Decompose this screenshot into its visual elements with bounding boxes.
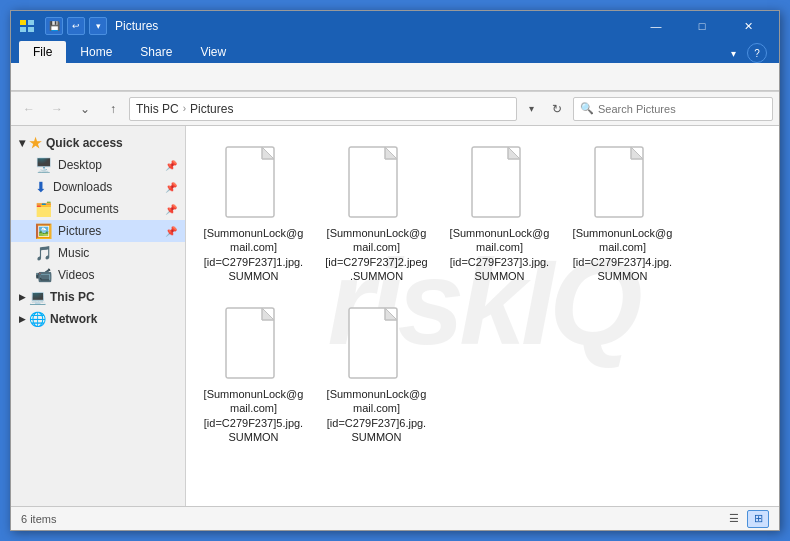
generic-file-icon: [224, 306, 284, 381]
file-icon-wrapper: [588, 142, 658, 222]
generic-file-icon: [347, 145, 407, 220]
path-part-thispc: This PC: [136, 102, 179, 116]
sidebar-item-music[interactable]: 🎵 Music: [11, 242, 185, 264]
svg-rect-3: [28, 27, 34, 32]
address-dropdown-button[interactable]: ▾: [521, 97, 541, 121]
file-icon-wrapper: [465, 142, 535, 222]
address-bar: ← → ⌄ ↑ This PC › Pictures ▾ ↻ 🔍: [11, 92, 779, 126]
status-bar: 6 items ☰ ⊞: [11, 506, 779, 530]
pin-icon-desktop: 📌: [165, 160, 177, 171]
desktop-folder-icon: 🖥️: [35, 157, 52, 173]
ribbon-collapse-button[interactable]: ▾: [723, 43, 743, 63]
file-name: [SummonunLock@gmail.com][id=C279F237]6.j…: [325, 387, 428, 444]
window-title: Pictures: [115, 19, 633, 33]
pictures-folder-icon: 🖼️: [35, 223, 52, 239]
ribbon-content: [11, 63, 779, 91]
file-item[interactable]: [SummonunLock@gmail.com][id=C279F237]5.j…: [196, 297, 311, 450]
chevron-right-icon-2: ▸: [19, 312, 25, 326]
sidebar-item-documents[interactable]: 🗂️ Documents 📌: [11, 198, 185, 220]
pin-icon-pictures: 📌: [165, 226, 177, 237]
sidebar-item-pictures[interactable]: 🖼️ Pictures 📌: [11, 220, 185, 242]
quick-access-label: Quick access: [46, 136, 123, 150]
generic-file-icon: [470, 145, 530, 220]
sidebar-item-label-music: Music: [58, 246, 89, 260]
file-name: [SummonunLock@gmail.com][id=C279F237]3.j…: [448, 226, 551, 283]
item-count: 6 items: [21, 513, 56, 525]
file-name: [SummonunLock@gmail.com][id=C279F237]2.j…: [325, 226, 428, 283]
recent-locations-button[interactable]: ⌄: [73, 97, 97, 121]
quick-access-toolbar: 💾 ↩ ▾: [19, 17, 107, 35]
file-area: riskIQ [SummonunLock@gmail.com][id=C279F…: [186, 126, 779, 506]
svg-rect-2: [28, 20, 34, 25]
title-bar: 💾 ↩ ▾ Pictures — □ ✕: [11, 11, 779, 41]
chevron-right-icon: ▸: [19, 290, 25, 304]
sidebar-item-videos[interactable]: 📹 Videos: [11, 264, 185, 286]
file-icon-wrapper: [219, 303, 289, 383]
tab-view[interactable]: View: [186, 41, 240, 63]
documents-folder-icon: 🗂️: [35, 201, 52, 217]
file-item[interactable]: [SummonunLock@gmail.com][id=C279F237]3.j…: [442, 136, 557, 289]
view-toggles: ☰ ⊞: [723, 510, 769, 528]
tab-share[interactable]: Share: [126, 41, 186, 63]
generic-file-icon: [347, 306, 407, 381]
sidebar-item-label-pictures: Pictures: [58, 224, 101, 238]
network-icon: 🌐: [29, 311, 46, 327]
file-item[interactable]: [SummonunLock@gmail.com][id=C279F237]1.j…: [196, 136, 311, 289]
svg-rect-0: [20, 20, 26, 25]
help-button[interactable]: ?: [747, 43, 767, 63]
search-box[interactable]: 🔍: [573, 97, 773, 121]
file-name: [SummonunLock@gmail.com][id=C279F237]5.j…: [202, 387, 305, 444]
sidebar-item-desktop[interactable]: 🖥️ Desktop 📌: [11, 154, 185, 176]
window-controls: — □ ✕: [633, 11, 771, 41]
path-separator-1: ›: [183, 103, 186, 114]
tab-file[interactable]: File: [19, 41, 66, 63]
refresh-button[interactable]: ↻: [545, 97, 569, 121]
list-view-toggle[interactable]: ☰: [723, 510, 745, 528]
minimize-button[interactable]: —: [633, 11, 679, 41]
address-path[interactable]: This PC › Pictures: [129, 97, 517, 121]
file-icon-wrapper: [342, 303, 412, 383]
search-input[interactable]: [598, 103, 766, 115]
search-icon: 🔍: [580, 102, 594, 115]
pin-icon-downloads: 📌: [165, 182, 177, 193]
file-icon-wrapper: [342, 142, 412, 222]
customize-qat-button[interactable]: ▾: [89, 17, 107, 35]
icon-view-toggle[interactable]: ⊞: [747, 510, 769, 528]
forward-button[interactable]: →: [45, 97, 69, 121]
thispc-icon: 💻: [29, 289, 46, 305]
save-qat-button[interactable]: 💾: [45, 17, 63, 35]
star-icon: ★: [29, 135, 42, 151]
maximize-button[interactable]: □: [679, 11, 725, 41]
explorer-window: 💾 ↩ ▾ Pictures — □ ✕ File Home Share Vie…: [10, 10, 780, 531]
sidebar-item-downloads[interactable]: ⬇ Downloads 📌: [11, 176, 185, 198]
file-name: [SummonunLock@gmail.com][id=C279F237]1.j…: [202, 226, 305, 283]
sidebar-section-network[interactable]: ▸ 🌐 Network: [11, 308, 185, 330]
main-content: ▾ ★ Quick access 🖥️ Desktop 📌 ⬇ Download…: [11, 126, 779, 506]
generic-file-icon: [593, 145, 653, 220]
up-button[interactable]: ↑: [101, 97, 125, 121]
ribbon: File Home Share View ▾ ?: [11, 41, 779, 92]
videos-folder-icon: 📹: [35, 267, 52, 283]
sidebar-section-quick-access[interactable]: ▾ ★ Quick access: [11, 132, 185, 154]
file-item[interactable]: [SummonunLock@gmail.com][id=C279F237]4.j…: [565, 136, 680, 289]
downloads-folder-icon: ⬇: [35, 179, 47, 195]
sidebar-section-network-label: Network: [50, 312, 97, 326]
sidebar-item-label-downloads: Downloads: [53, 180, 112, 194]
sidebar-section-thispc[interactable]: ▸ 💻 This PC: [11, 286, 185, 308]
back-button[interactable]: ←: [17, 97, 41, 121]
sidebar-item-label-videos: Videos: [58, 268, 94, 282]
close-button[interactable]: ✕: [725, 11, 771, 41]
files-grid: [SummonunLock@gmail.com][id=C279F237]1.j…: [196, 136, 769, 450]
file-name: [SummonunLock@gmail.com][id=C279F237]4.j…: [571, 226, 674, 283]
file-item[interactable]: [SummonunLock@gmail.com][id=C279F237]2.j…: [319, 136, 434, 289]
window-icon: [19, 18, 35, 34]
file-icon-wrapper: [219, 142, 289, 222]
sidebar-section-thispc-label: This PC: [50, 290, 95, 304]
file-item[interactable]: [SummonunLock@gmail.com][id=C279F237]6.j…: [319, 297, 434, 450]
undo-qat-button[interactable]: ↩: [67, 17, 85, 35]
sidebar-item-label-desktop: Desktop: [58, 158, 102, 172]
sidebar: ▾ ★ Quick access 🖥️ Desktop 📌 ⬇ Download…: [11, 126, 186, 506]
tab-home[interactable]: Home: [66, 41, 126, 63]
path-part-pictures: Pictures: [190, 102, 233, 116]
music-folder-icon: 🎵: [35, 245, 52, 261]
